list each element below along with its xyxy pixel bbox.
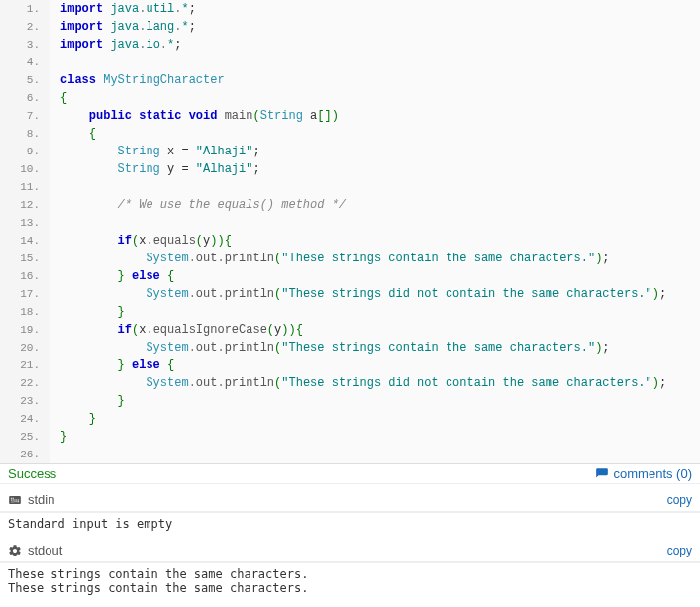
line-number: 24. <box>0 410 50 428</box>
line-number: 7. <box>0 107 50 125</box>
code-content: class MyStringCharacter <box>50 71 225 89</box>
code-content: String x = "Alhaji"; <box>50 143 260 160</box>
code-content: System.out.println("These strings contai… <box>50 339 610 356</box>
line-number: 19. <box>0 321 50 339</box>
line-number: 13. <box>0 214 50 232</box>
code-line: 16. } else { <box>0 267 700 285</box>
code-line: 21. } else { <box>0 356 700 374</box>
code-content: } else { <box>50 267 174 285</box>
stdout-content: These strings contain the same character… <box>0 563 700 599</box>
code-content: /* We use the equals() method */ <box>50 196 346 214</box>
code-line: 2.import java.lang.*; <box>0 18 700 36</box>
code-line: 20. System.out.println("These strings co… <box>0 339 700 356</box>
code-line: 11. <box>0 178 700 196</box>
line-number: 17. <box>0 285 50 303</box>
code-line: 17. System.out.println("These strings di… <box>0 285 700 303</box>
code-line: 1.import java.util.*; <box>0 0 700 18</box>
line-number: 12. <box>0 196 50 214</box>
line-number: 5. <box>0 71 50 89</box>
line-number: 6. <box>0 89 50 107</box>
line-number: 25. <box>0 428 50 446</box>
stdout-label: stdout <box>28 543 62 557</box>
gears-icon <box>8 544 22 557</box>
comment-icon <box>595 467 609 481</box>
code-content: if(x.equals(y)){ <box>50 232 232 250</box>
line-number: 9. <box>0 143 50 160</box>
code-line: 6.{ <box>0 89 700 107</box>
line-number: 11. <box>0 178 50 196</box>
code-content: import java.util.*; <box>50 0 196 18</box>
line-number: 10. <box>0 160 50 178</box>
code-line: 5.class MyStringCharacter <box>0 71 700 89</box>
code-line: 4. <box>0 53 700 71</box>
code-line: 15. System.out.println("These strings co… <box>0 250 700 267</box>
code-content <box>50 214 60 232</box>
code-line: 26. <box>0 446 700 463</box>
code-content <box>50 446 60 463</box>
code-content: String y = "Alhaji"; <box>50 160 260 178</box>
code-line: 18. } <box>0 303 700 321</box>
stdin-title: stdin <box>8 492 54 507</box>
stdin-content: Standard input is empty <box>0 513 700 535</box>
code-content: } <box>50 428 67 446</box>
stdin-copy-link[interactable]: copy <box>667 493 692 507</box>
code-content: } <box>50 410 96 428</box>
code-content: } <box>50 392 125 410</box>
code-content: System.out.println("These strings did no… <box>50 374 666 392</box>
code-line: 24. } <box>0 410 700 428</box>
code-line: 25.} <box>0 428 700 446</box>
code-content: System.out.println("These strings contai… <box>50 250 610 267</box>
comments-link[interactable]: comments (0) <box>595 466 692 481</box>
line-number: 26. <box>0 446 50 463</box>
code-line: 13. <box>0 214 700 232</box>
stdout-copy-link[interactable]: copy <box>667 544 692 557</box>
line-number: 14. <box>0 232 50 250</box>
line-number: 1. <box>0 0 50 18</box>
code-line: 12. /* We use the equals() method */ <box>0 196 700 214</box>
comments-text: comments (0) <box>614 466 692 481</box>
stdin-label: stdin <box>28 492 54 507</box>
stdout-header: stdout copy <box>0 539 700 562</box>
status-success: Success <box>8 466 56 481</box>
code-content: import java.io.*; <box>50 36 181 53</box>
code-line: 19. if(x.equalsIgnoreCase(y)){ <box>0 321 700 339</box>
code-content <box>50 53 60 71</box>
keyboard-icon <box>8 493 22 507</box>
code-line: 7. public static void main(String a[]) <box>0 107 700 125</box>
line-number: 16. <box>0 267 50 285</box>
line-number: 4. <box>0 53 50 71</box>
status-row: Success comments (0) <box>0 464 700 484</box>
line-number: 3. <box>0 36 50 53</box>
line-number: 22. <box>0 374 50 392</box>
code-content: if(x.equalsIgnoreCase(y)){ <box>50 321 303 339</box>
line-number: 20. <box>0 339 50 356</box>
code-line: 14. if(x.equals(y)){ <box>0 232 700 250</box>
code-content: import java.lang.*; <box>50 18 196 36</box>
code-line: 3.import java.io.*; <box>0 36 700 53</box>
code-content: } else { <box>50 356 174 374</box>
line-number: 18. <box>0 303 50 321</box>
line-number: 8. <box>0 125 50 143</box>
code-line: 8. { <box>0 125 700 143</box>
code-content <box>50 178 60 196</box>
line-number: 21. <box>0 356 50 374</box>
code-block: 1.import java.util.*;2.import java.lang.… <box>0 0 700 464</box>
code-content: public static void main(String a[]) <box>50 107 339 125</box>
stdin-header: stdin copy <box>0 488 700 512</box>
line-number: 23. <box>0 392 50 410</box>
code-line: 23. } <box>0 392 700 410</box>
code-content: { <box>50 125 96 143</box>
code-line: 10. String y = "Alhaji"; <box>0 160 700 178</box>
stdout-title: stdout <box>8 543 62 557</box>
line-number: 2. <box>0 18 50 36</box>
code-content: System.out.println("These strings did no… <box>50 285 666 303</box>
code-content: { <box>50 89 67 107</box>
code-content: } <box>50 303 125 321</box>
line-number: 15. <box>0 250 50 267</box>
code-line: 22. System.out.println("These strings di… <box>0 374 700 392</box>
code-line: 9. String x = "Alhaji"; <box>0 143 700 160</box>
